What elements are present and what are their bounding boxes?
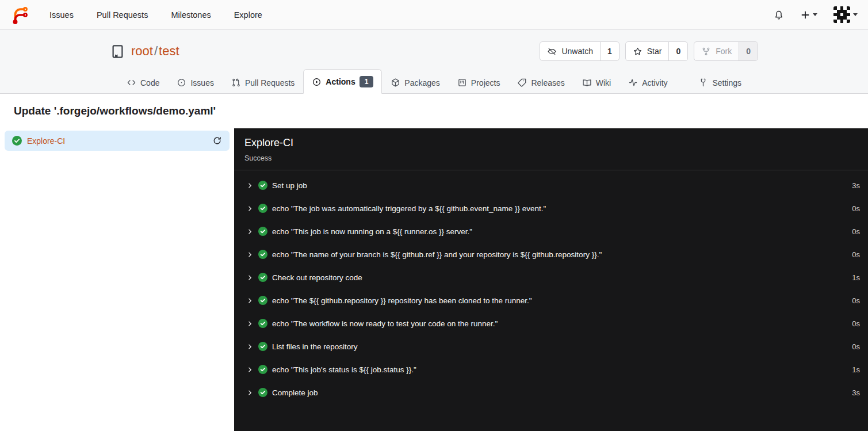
step-row[interactable]: echo "The workflow is now ready to test … bbox=[234, 312, 868, 335]
step-success-icon bbox=[258, 250, 267, 259]
repo-title: root/test bbox=[110, 44, 179, 59]
chevron-right-icon[interactable] bbox=[247, 390, 253, 396]
run-layout: Explore-CI Explore-CI Success Set up job… bbox=[0, 128, 868, 431]
tab-settings[interactable]: Settings bbox=[690, 71, 750, 94]
tab-wiki[interactable]: Wiki bbox=[573, 71, 620, 94]
star-label: Star bbox=[647, 47, 662, 56]
step-row[interactable]: echo "The name of your branch is ${{ git… bbox=[234, 243, 868, 266]
repo-tabs-bar: Code Issues Pull Requests Actions bbox=[0, 69, 868, 94]
step-row[interactable]: echo "The ${{ github.repository }} repos… bbox=[234, 289, 868, 312]
step-name: echo "The name of your branch is ${{ git… bbox=[272, 250, 602, 259]
step-success-icon bbox=[258, 365, 267, 374]
user-menu[interactable] bbox=[833, 6, 858, 23]
step-row[interactable]: List files in the repository 0s bbox=[234, 335, 868, 358]
star-count[interactable]: 0 bbox=[668, 42, 687, 60]
step-duration: 1s bbox=[845, 273, 860, 282]
repo-path-separator: / bbox=[154, 44, 158, 58]
tab-pull-requests[interactable]: Pull Requests bbox=[223, 71, 303, 94]
unwatch-label: Unwatch bbox=[561, 47, 592, 56]
issue-circle-icon bbox=[177, 78, 186, 87]
caret-down-icon bbox=[853, 13, 858, 16]
chevron-right-icon[interactable] bbox=[247, 321, 253, 327]
chevron-right-icon[interactable] bbox=[247, 205, 253, 212]
job-success-icon bbox=[12, 136, 22, 146]
pulse-icon bbox=[628, 78, 638, 87]
chevron-right-icon[interactable] bbox=[247, 344, 253, 350]
chevron-right-icon[interactable] bbox=[247, 367, 253, 373]
job-status-text: Success bbox=[244, 154, 858, 162]
step-name: echo "This job is now running on a ${{ r… bbox=[272, 227, 472, 236]
step-success-icon bbox=[258, 273, 267, 282]
forgejo-logo-icon[interactable] bbox=[10, 5, 30, 25]
fork-count: 0 bbox=[739, 42, 758, 60]
step-success-icon bbox=[258, 296, 267, 305]
tab-actions[interactable]: Actions 1 bbox=[303, 69, 382, 94]
repo-name-link[interactable]: test bbox=[159, 44, 179, 58]
repo-owner-link[interactable]: root bbox=[131, 44, 153, 58]
step-row[interactable]: echo "This job is now running on a ${{ r… bbox=[234, 220, 868, 243]
tab-packages[interactable]: Packages bbox=[382, 71, 448, 94]
nav-item-issues[interactable]: Issues bbox=[49, 10, 74, 20]
avatar-identicon bbox=[833, 6, 850, 23]
steps-list: Set up job 3s echo "The job was automati… bbox=[234, 170, 868, 407]
rerun-refresh-icon[interactable] bbox=[212, 136, 222, 146]
play-circle-icon bbox=[312, 77, 322, 87]
step-duration: 0s bbox=[845, 227, 860, 236]
fork-icon bbox=[701, 47, 711, 56]
chevron-right-icon[interactable] bbox=[247, 274, 253, 281]
watch-count[interactable]: 1 bbox=[600, 42, 619, 60]
step-duration: 0s bbox=[845, 204, 860, 213]
tag-icon bbox=[517, 78, 527, 87]
job-name: Explore-CI bbox=[27, 136, 65, 146]
step-row[interactable]: echo "The job was automatically triggere… bbox=[234, 197, 868, 220]
step-name: Complete job bbox=[272, 388, 318, 397]
unwatch-button[interactable]: Unwatch 1 bbox=[540, 41, 619, 61]
nav-item-pull-requests[interactable]: Pull Requests bbox=[97, 10, 148, 20]
star-button[interactable]: Star 0 bbox=[625, 41, 688, 61]
tab-activity[interactable]: Activity bbox=[620, 71, 676, 94]
navbar-links: Issues Pull Requests Milestones Explore bbox=[49, 10, 262, 20]
step-duration: 0s bbox=[845, 296, 860, 305]
step-success-icon bbox=[258, 342, 267, 351]
sidebar-job-explore-ci[interactable]: Explore-CI bbox=[5, 131, 230, 151]
chevron-right-icon[interactable] bbox=[247, 182, 253, 189]
chevron-right-icon[interactable] bbox=[247, 228, 253, 235]
create-new-menu[interactable] bbox=[801, 10, 817, 20]
job-panel-header: Explore-CI Success bbox=[234, 128, 868, 170]
tab-code[interactable]: Code bbox=[118, 71, 168, 94]
step-success-icon bbox=[258, 204, 267, 213]
chevron-right-icon[interactable] bbox=[247, 251, 253, 258]
plus-icon bbox=[801, 10, 810, 20]
chevron-right-icon[interactable] bbox=[247, 297, 253, 304]
step-duration: 3s bbox=[845, 388, 860, 397]
tab-issues[interactable]: Issues bbox=[168, 71, 222, 94]
nav-item-milestones[interactable]: Milestones bbox=[171, 10, 211, 20]
step-row[interactable]: Check out repository code 1s bbox=[234, 266, 868, 289]
tab-projects[interactable]: Projects bbox=[449, 71, 509, 94]
step-row[interactable]: Complete job 3s bbox=[234, 381, 868, 404]
package-cube-icon bbox=[391, 78, 400, 87]
step-success-icon bbox=[258, 227, 267, 236]
code-icon bbox=[127, 78, 136, 87]
workflow-run-title: Update '.forgejo/workflows/demo.yaml' bbox=[0, 94, 868, 128]
actions-count-badge: 1 bbox=[360, 76, 374, 87]
nav-item-explore[interactable]: Explore bbox=[234, 10, 262, 20]
notifications-bell-icon[interactable] bbox=[773, 9, 785, 21]
step-name: Check out repository code bbox=[272, 273, 362, 282]
step-duration: 0s bbox=[845, 319, 860, 328]
step-name: echo "The job was automatically triggere… bbox=[272, 204, 546, 213]
tab-releases[interactable]: Releases bbox=[508, 71, 573, 94]
step-success-icon bbox=[258, 388, 267, 397]
step-name: Set up job bbox=[272, 181, 307, 190]
caret-down-icon bbox=[813, 13, 817, 16]
step-duration: 0s bbox=[845, 342, 860, 351]
project-board-icon bbox=[457, 78, 467, 87]
job-panel-title: Explore-CI bbox=[244, 137, 858, 149]
top-navbar: Issues Pull Requests Milestones Explore bbox=[0, 0, 868, 30]
step-success-icon bbox=[258, 319, 267, 328]
step-name: echo "This job's status is ${{ job.statu… bbox=[272, 365, 416, 374]
job-log-panel: Explore-CI Success Set up job 3s echo "T… bbox=[234, 128, 868, 431]
git-pull-request-icon bbox=[231, 78, 241, 87]
step-row[interactable]: Set up job 3s bbox=[234, 174, 868, 197]
step-row[interactable]: echo "This job's status is ${{ job.statu… bbox=[234, 358, 868, 381]
